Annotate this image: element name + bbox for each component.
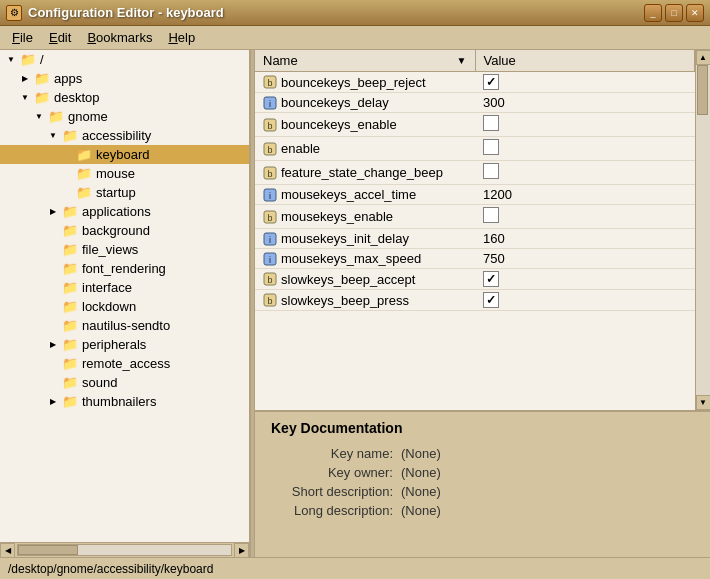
toggle-accessibility[interactable]: [46, 129, 60, 143]
checkbox-value[interactable]: [483, 207, 499, 223]
table-row[interactable]: bfeature_state_change_beep: [255, 161, 695, 185]
key-owner-value: (None): [401, 465, 441, 480]
app-icon: ⚙: [6, 5, 22, 21]
tree-item-peripherals[interactable]: 📁 peripherals: [0, 335, 249, 354]
right-scrollbar[interactable]: ▲ ▼: [695, 50, 710, 410]
tree-item-thumbnailers[interactable]: 📁 thumbnailers: [0, 392, 249, 411]
toggle-gnome[interactable]: [32, 110, 46, 124]
tree-item-accessibility[interactable]: 📁 accessibility: [0, 126, 249, 145]
maximize-button[interactable]: □: [665, 4, 683, 22]
checkbox-value[interactable]: [483, 163, 499, 179]
tree-item-desktop[interactable]: 📁 desktop: [0, 88, 249, 107]
tree-item-applications[interactable]: 📁 applications: [0, 202, 249, 221]
svg-text:b: b: [267, 78, 272, 88]
tree-label-background: background: [82, 223, 150, 238]
menu-help[interactable]: Help: [160, 28, 203, 47]
tree-item-background[interactable]: 📁 background: [0, 221, 249, 240]
scrollbar-track-h[interactable]: [17, 544, 232, 556]
tree-item-interface[interactable]: 📁 interface: [0, 278, 249, 297]
key-name-text: mousekeys_init_delay: [281, 231, 409, 246]
tree-item-sound[interactable]: 📁 sound: [0, 373, 249, 392]
folder-icon-background: 📁: [62, 223, 78, 238]
checkbox-value[interactable]: [483, 115, 499, 131]
key-name-value: (None): [401, 446, 441, 461]
toggle-desktop[interactable]: [18, 91, 32, 105]
toggle-peripherals[interactable]: [46, 338, 60, 352]
toggle-root[interactable]: [4, 53, 18, 67]
minimize-button[interactable]: _: [644, 4, 662, 22]
scroll-left-btn[interactable]: ◀: [0, 543, 15, 558]
tree-label-startup: startup: [96, 185, 136, 200]
scroll-up-btn[interactable]: ▲: [696, 50, 711, 65]
tree-scrollbar-horizontal[interactable]: ◀ ▶: [0, 542, 249, 557]
toggle-applications[interactable]: [46, 205, 60, 219]
table-cell-value: 750: [475, 249, 695, 269]
table-row[interactable]: imousekeys_max_speed750: [255, 249, 695, 269]
folder-icon-desktop: 📁: [34, 90, 50, 105]
scroll-track[interactable]: [696, 65, 710, 395]
table-scroll[interactable]: Name ▼ Value bbouncekeys_beep_rejectibou…: [255, 50, 695, 410]
window-title: Configuration Editor - keyboard: [28, 5, 224, 20]
tree-label-accessibility: accessibility: [82, 128, 151, 143]
key-type-icon: i: [263, 96, 277, 110]
tree-item-apps[interactable]: 📁 apps: [0, 69, 249, 88]
checkbox-value[interactable]: [483, 292, 499, 308]
menu-file[interactable]: File: [4, 28, 41, 47]
tree-label-font_rendering: font_rendering: [82, 261, 166, 276]
table-row[interactable]: ibouncekeys_delay300: [255, 93, 695, 113]
scroll-right-btn[interactable]: ▶: [234, 543, 249, 558]
statusbar: /desktop/gnome/accessibility/keyboard: [0, 557, 710, 579]
tree-item-gnome[interactable]: 📁 gnome: [0, 107, 249, 126]
scroll-thumb[interactable]: [697, 65, 708, 115]
folder-icon-interface: 📁: [62, 280, 78, 295]
tree-item-remote_access[interactable]: 📁 remote_access: [0, 354, 249, 373]
tree-item-file_views[interactable]: 📁 file_views: [0, 240, 249, 259]
tree-item-startup[interactable]: 📁 startup: [0, 183, 249, 202]
table-row[interactable]: bbouncekeys_enable: [255, 113, 695, 137]
col-header-name[interactable]: Name ▼: [255, 50, 475, 72]
folder-icon-startup: 📁: [76, 185, 92, 200]
tree-scroll[interactable]: 📁 / 📁 apps 📁 desktop 📁 gnome 📁: [0, 50, 249, 542]
table-area: Name ▼ Value bbouncekeys_beep_rejectibou…: [255, 50, 710, 410]
scrollbar-thumb-h[interactable]: [18, 545, 78, 555]
toggle-apps[interactable]: [18, 72, 32, 86]
toggle-thumbnailers[interactable]: [46, 395, 60, 409]
table-cell-value: [475, 137, 695, 161]
folder-icon-thumbnailers: 📁: [62, 394, 78, 409]
tree-item-nautilus-sendto[interactable]: 📁 nautilus-sendto: [0, 316, 249, 335]
key-name-text: feature_state_change_beep: [281, 165, 443, 180]
key-doc-owner-row: Key owner: (None): [271, 465, 694, 480]
table-cell-name: bbouncekeys_enable: [255, 113, 475, 137]
scroll-down-btn[interactable]: ▼: [696, 395, 711, 410]
menu-bookmarks[interactable]: Bookmarks: [79, 28, 160, 47]
folder-icon-font_rendering: 📁: [62, 261, 78, 276]
checkbox-value[interactable]: [483, 271, 499, 287]
folder-icon-keyboard: 📁: [76, 147, 92, 162]
col-sort-icon[interactable]: ▼: [457, 55, 467, 66]
tree-item-font_rendering[interactable]: 📁 font_rendering: [0, 259, 249, 278]
key-type-icon: i: [263, 188, 277, 202]
table-row[interactable]: imousekeys_accel_time1200: [255, 185, 695, 205]
close-button[interactable]: ✕: [686, 4, 704, 22]
tree-item-keyboard[interactable]: 📁 keyboard: [0, 145, 249, 164]
tree-label-applications: applications: [82, 204, 151, 219]
tree-item-mouse[interactable]: 📁 mouse: [0, 164, 249, 183]
table-row[interactable]: benable: [255, 137, 695, 161]
tree-item-lockdown[interactable]: 📁 lockdown: [0, 297, 249, 316]
tree-item-root[interactable]: 📁 /: [0, 50, 249, 69]
checkbox-value[interactable]: [483, 139, 499, 155]
menu-edit[interactable]: Edit: [41, 28, 79, 47]
col-value-label: Value: [484, 53, 516, 68]
key-doc-name-row: Key name: (None): [271, 446, 694, 461]
checkbox-value[interactable]: [483, 74, 499, 90]
table-row[interactable]: bslowkeys_beep_accept: [255, 269, 695, 290]
table-row[interactable]: bmousekeys_enable: [255, 205, 695, 229]
folder-icon-remote_access: 📁: [62, 356, 78, 371]
key-type-icon: b: [263, 75, 277, 89]
table-cell-value: 300: [475, 93, 695, 113]
table-row[interactable]: bslowkeys_beep_press: [255, 290, 695, 311]
svg-text:b: b: [267, 275, 272, 285]
col-header-value[interactable]: Value: [475, 50, 695, 72]
table-row[interactable]: bbouncekeys_beep_reject: [255, 72, 695, 93]
table-row[interactable]: imousekeys_init_delay160: [255, 229, 695, 249]
